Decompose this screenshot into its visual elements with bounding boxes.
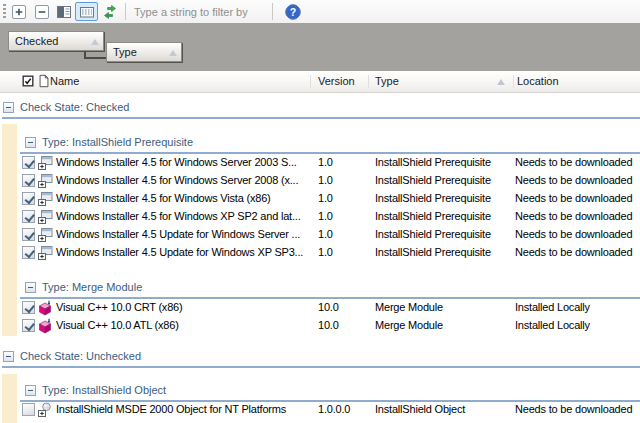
table-row[interactable]: Visual C++ 10.0 ATL (x86) 10.0 Merge Mod… xyxy=(0,317,640,335)
expand-all-icon xyxy=(11,4,27,20)
sort-ascending-icon xyxy=(169,50,177,56)
group-header-label: Type: InstallShield Prerequisite xyxy=(42,136,193,148)
group-header-type-installshield-object[interactable]: Type: InstallShield Object xyxy=(0,382,640,402)
row-checkbox[interactable] xyxy=(22,228,35,241)
prerequisite-icon xyxy=(37,227,53,243)
group-by-chip-label: Type xyxy=(113,46,137,58)
collapse-group-icon[interactable] xyxy=(3,351,14,362)
collapse-all-button[interactable] xyxy=(32,2,52,21)
table-row[interactable]: Visual C++ 10.0 CRT (x86) 10.0 Merge Mod… xyxy=(0,299,640,317)
group-header-check-state-unchecked[interactable]: Check State: Unchecked xyxy=(0,348,640,368)
row-location: Installed Locally xyxy=(515,301,590,313)
row-type: InstallShield Prerequisite xyxy=(375,210,491,222)
details-view-button[interactable] xyxy=(54,2,74,21)
column-separator[interactable] xyxy=(368,75,369,88)
group-header-type-installshield-prerequisite[interactable]: Type: InstallShield Prerequisite xyxy=(0,134,640,154)
group-by-chip-checked[interactable]: Checked xyxy=(8,31,104,51)
row-version: 1.0 xyxy=(318,192,333,204)
toolbar-separator xyxy=(125,3,126,20)
row-type: Merge Module xyxy=(375,301,443,313)
collapse-group-icon[interactable] xyxy=(25,282,36,293)
group-header-label: Check State: Unchecked xyxy=(20,350,141,362)
row-location: Needs to be downloaded xyxy=(515,246,632,258)
prerequisite-icon xyxy=(37,191,53,207)
collapse-group-icon[interactable] xyxy=(25,385,36,396)
collapse-group-icon[interactable] xyxy=(3,102,14,113)
row-version: 1.0.0.0 xyxy=(318,403,350,415)
row-name: Windows Installer 4.5 for Windows Server… xyxy=(56,174,316,186)
filter-input[interactable] xyxy=(132,2,270,22)
row-checkbox[interactable] xyxy=(22,192,35,205)
list-view-icon xyxy=(79,4,95,20)
row-checkbox[interactable] xyxy=(22,156,35,169)
row-name: Windows Installer 4.5 for Windows Vista … xyxy=(56,192,316,204)
row-version: 1.0 xyxy=(318,210,333,222)
row-location: Needs to be downloaded xyxy=(515,228,632,240)
row-location: Needs to be downloaded xyxy=(515,403,632,415)
group-by-chip-type[interactable]: Type xyxy=(106,42,182,62)
help-icon xyxy=(284,3,302,21)
group-header-check-state-checked[interactable]: Check State: Checked xyxy=(0,99,640,119)
toolbar-grip[interactable] xyxy=(3,4,6,19)
row-version: 10.0 xyxy=(318,319,339,331)
row-checkbox[interactable] xyxy=(22,210,35,223)
row-checkbox[interactable] xyxy=(22,246,35,259)
document-column-header[interactable] xyxy=(37,74,51,88)
row-type: InstallShield Prerequisite xyxy=(375,174,491,186)
help-button[interactable] xyxy=(283,2,303,21)
table-row[interactable]: Windows Installer 4.5 Update for Windows… xyxy=(0,226,640,244)
chip-connector xyxy=(84,57,106,59)
prerequisite-icon xyxy=(37,209,53,225)
list-view-button[interactable] xyxy=(75,2,98,21)
toolbar-separator xyxy=(272,3,273,20)
column-header-location[interactable]: Location xyxy=(517,75,559,87)
toolbar xyxy=(0,0,640,23)
sort-ascending-icon xyxy=(91,39,99,45)
table-row[interactable]: Windows Installer 4.5 for Windows Vista … xyxy=(0,190,640,208)
row-type: Merge Module xyxy=(375,319,443,331)
row-type: InstallShield Prerequisite xyxy=(375,228,491,240)
merge-module-icon xyxy=(37,318,53,334)
prerequisite-icon xyxy=(37,155,53,171)
row-version: 1.0 xyxy=(318,246,333,258)
sort-ascending-icon xyxy=(497,79,505,85)
row-location: Needs to be downloaded xyxy=(515,192,632,204)
row-name: InstallShield MSDE 2000 Object for NT Pl… xyxy=(56,403,316,415)
refresh-button[interactable] xyxy=(100,2,120,21)
row-version: 1.0 xyxy=(318,228,333,240)
row-checkbox[interactable] xyxy=(22,174,35,187)
group-underline xyxy=(2,366,640,368)
row-version: 1.0 xyxy=(318,156,333,168)
row-location: Needs to be downloaded xyxy=(515,156,632,168)
row-location: Needs to be downloaded xyxy=(515,174,632,186)
table-row[interactable]: Windows Installer 4.5 Update for Windows… xyxy=(0,244,640,262)
group-header-type-merge-module[interactable]: Type: Merge Module xyxy=(0,279,640,299)
check-state-column-header[interactable] xyxy=(21,74,35,88)
refresh-icon xyxy=(102,4,118,20)
expand-all-button[interactable] xyxy=(9,2,29,21)
column-header-version[interactable]: Version xyxy=(318,75,355,87)
column-header-name[interactable]: Name xyxy=(50,75,79,87)
table-row[interactable]: Windows Installer 4.5 for Windows Server… xyxy=(0,172,640,190)
group-header-label: Check State: Checked xyxy=(20,101,129,113)
row-checkbox[interactable] xyxy=(22,301,35,314)
collapse-all-icon xyxy=(34,4,50,20)
table-row[interactable]: InstallShield MSDE 2000 Object for NT Pl… xyxy=(0,401,640,419)
column-header: Name Version Type Location xyxy=(0,71,640,93)
group-by-bar: Checked Type xyxy=(0,23,640,71)
collapse-group-icon[interactable] xyxy=(25,137,36,148)
row-type: InstallShield Prerequisite xyxy=(375,192,491,204)
prerequisite-icon xyxy=(37,245,53,261)
row-type: InstallShield Prerequisite xyxy=(375,246,491,258)
row-checkbox[interactable] xyxy=(22,403,35,416)
column-separator[interactable] xyxy=(310,75,311,88)
column-separator[interactable] xyxy=(513,75,514,88)
row-checkbox[interactable] xyxy=(22,319,35,332)
table-row[interactable]: Windows Installer 4.5 for Windows Server… xyxy=(0,154,640,172)
table-row[interactable]: Windows Installer 4.5 for Windows XP SP2… xyxy=(0,208,640,226)
group-header-label: Type: InstallShield Object xyxy=(42,384,166,396)
group-header-label: Type: Merge Module xyxy=(42,281,142,293)
row-version: 10.0 xyxy=(318,301,339,313)
row-location: Installed Locally xyxy=(515,319,590,331)
column-header-type[interactable]: Type xyxy=(375,75,399,87)
